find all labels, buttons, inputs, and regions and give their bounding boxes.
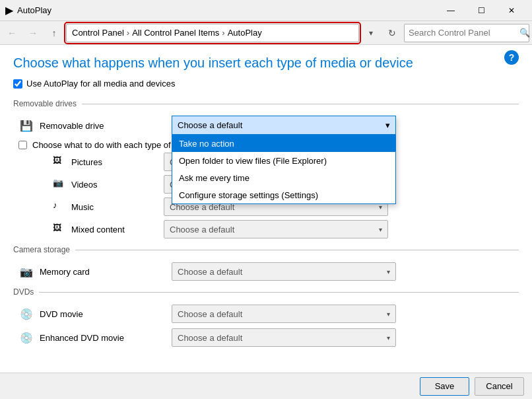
dvd-movie-dropdown-text: Choose a default (178, 309, 242, 319)
help-button[interactable]: ? (504, 50, 519, 65)
mixed-content-row: 🖼 Mixed content Choose a default ▾ (53, 220, 519, 238)
header-area: Choose what happens when you insert each… (13, 55, 519, 71)
removable-drive-dropdown-header[interactable]: Choose a default ▾ (172, 116, 395, 135)
enhanced-dvd-dropdown-wrapper: Choose a default ▾ (172, 328, 396, 347)
mixed-content-icon: 🖼 (53, 223, 66, 236)
dvds-section-line (39, 292, 519, 293)
breadcrumb-dropdown-button[interactable]: ▾ (362, 24, 380, 42)
removable-drive-dropdown-wrapper: Choose a default ▾ Choose a default ▾ Ta… (172, 116, 396, 135)
dropdown-item-open-folder[interactable]: Open folder to view files (File Explorer… (172, 152, 395, 169)
nav-bar: ← → ↑ Control Panel › All Control Panel … (0, 21, 532, 45)
enhanced-dvd-icon: 💿 (18, 330, 34, 345)
breadcrumb[interactable]: Control Panel › All Control Panel Items … (66, 24, 359, 42)
removable-drive-dropdown-open: Choose a default ▾ Take no action Open f… (172, 116, 396, 204)
dvd-movie-dropdown-button[interactable]: Choose a default ▾ (172, 305, 396, 323)
cancel-button[interactable]: Cancel (475, 377, 524, 396)
breadcrumb-part2: All Control Panel Items (132, 28, 219, 38)
save-button[interactable]: Save (420, 377, 469, 396)
dvds-section-header: DVDs (13, 287, 519, 297)
forward-button[interactable]: → (24, 24, 42, 42)
choose-type-label: Choose what to do with each type of m... (32, 140, 187, 150)
section-divider-line (82, 104, 519, 104)
title-bar-controls: — ☐ ✕ (436, 0, 527, 21)
dvd-movie-dropdown-chevron: ▾ (387, 310, 390, 318)
memory-card-dropdown-text: Choose a default (178, 267, 242, 277)
mixed-content-dropdown-button[interactable]: Choose a default ▾ (164, 220, 388, 238)
use-autoplay-label: Use AutoPlay for all media and devices (26, 79, 175, 89)
mixed-content-label: Mixed content (71, 225, 164, 235)
window-icon: ▶ (5, 4, 13, 17)
mixed-content-dropdown-wrapper: Choose a default ▾ (164, 220, 388, 238)
music-label: Music (71, 202, 164, 212)
memory-card-label: Memory card (40, 267, 172, 277)
dvd-movie-label: DVD movie (40, 309, 172, 319)
maximize-button[interactable]: ☐ (466, 0, 496, 21)
use-autoplay-checkbox[interactable] (13, 79, 22, 89)
breadcrumb-sep2: › (222, 28, 224, 38)
camera-storage-section-header: Camera storage (13, 245, 519, 254)
bottom-bar: Save Cancel (0, 373, 532, 399)
removable-drives-section-header: Removable drives (13, 99, 519, 108)
pictures-label: Pictures (71, 157, 164, 167)
dvd-movie-row: 💿 DVD movie Choose a default ▾ (13, 305, 519, 323)
main-content: Choose what happens when you insert each… (0, 45, 532, 373)
camera-storage-label: Camera storage (13, 245, 70, 254)
removable-drive-label: Removable drive (40, 121, 172, 131)
search-icon: 🔍 (519, 28, 530, 38)
removable-drive-row: 💾 Removable drive Choose a default ▾ Cho… (13, 116, 519, 135)
memory-card-dropdown-button[interactable]: Choose a default ▾ (172, 262, 396, 281)
dvd-movie-dropdown-wrapper: Choose a default ▾ (172, 305, 396, 323)
videos-icon: 📷 (53, 178, 66, 191)
search-input[interactable] (409, 28, 519, 38)
close-button[interactable]: ✕ (496, 0, 527, 21)
search-box[interactable]: 🔍 (404, 24, 529, 42)
camera-section-line (75, 250, 519, 250)
back-button[interactable]: ← (3, 24, 21, 42)
removable-drive-icon: 💾 (18, 118, 34, 133)
breadcrumb-part3: AutoPlay (228, 28, 262, 38)
breadcrumb-part1: Control Panel (72, 28, 124, 38)
minimize-button[interactable]: — (436, 0, 466, 21)
memory-card-icon: 📷 (18, 264, 34, 279)
dropdown-item-configure-storage[interactable]: Configure storage settings (Settings) (172, 186, 395, 203)
enhanced-dvd-dropdown-button[interactable]: Choose a default ▾ (172, 328, 396, 347)
breadcrumb-sep1: › (127, 28, 129, 38)
enhanced-dvd-label: Enhanced DVD movie (40, 333, 172, 343)
title-bar: ▶ AutoPlay — ☐ ✕ (0, 0, 532, 21)
removable-drive-dropdown-header-text: Choose a default (178, 120, 242, 130)
up-button[interactable]: ↑ (45, 24, 63, 42)
memory-card-dropdown-chevron: ▾ (387, 268, 390, 275)
dvds-label: DVDs (13, 287, 34, 297)
videos-label: Videos (71, 180, 164, 190)
memory-card-dropdown-wrapper: Choose a default ▾ (172, 262, 396, 281)
mixed-content-dropdown-chevron: ▾ (379, 226, 382, 233)
enhanced-dvd-row: 💿 Enhanced DVD movie Choose a default ▾ (13, 328, 519, 347)
mixed-content-dropdown-text: Choose a default (170, 225, 234, 235)
dropdown-item-no-action[interactable]: Take no action (172, 135, 395, 152)
page-title: Choose what happens when you insert each… (13, 55, 519, 71)
enhanced-dvd-dropdown-chevron: ▾ (387, 334, 390, 342)
dropdown-item-ask-me[interactable]: Ask me every time (172, 169, 395, 186)
enhanced-dvd-dropdown-text: Choose a default (178, 333, 242, 343)
choose-type-checkbox[interactable] (18, 141, 27, 149)
pictures-icon: 🖼 (53, 155, 66, 168)
removable-drive-dropdown-header-chevron: ▾ (385, 120, 390, 130)
music-dropdown-chevron: ▾ (379, 203, 382, 211)
dvd-movie-icon: 💿 (18, 306, 34, 322)
window-title: AutoPlay (17, 5, 436, 15)
use-autoplay-row: Use AutoPlay for all media and devices (13, 79, 519, 89)
removable-drives-label: Removable drives (13, 99, 77, 108)
refresh-button[interactable]: ↻ (383, 24, 401, 42)
memory-card-row: 📷 Memory card Choose a default ▾ (13, 262, 519, 281)
music-icon: ♪ (53, 200, 66, 213)
